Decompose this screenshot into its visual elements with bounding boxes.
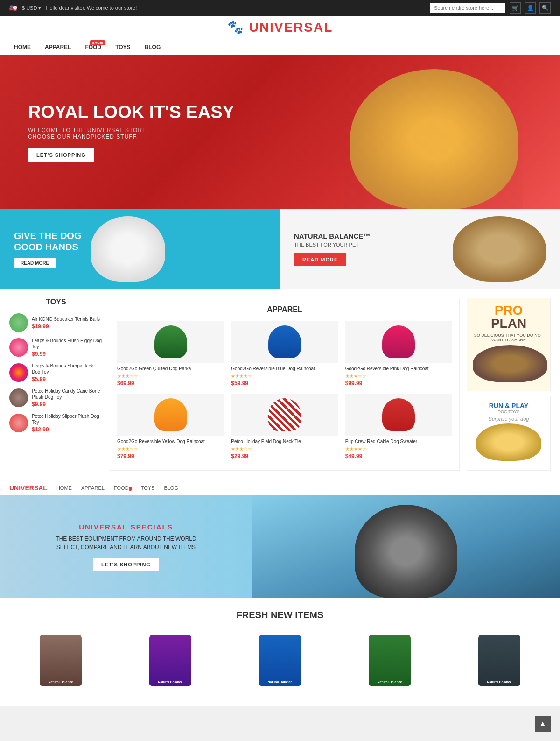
pro-plan-dog-image bbox=[473, 345, 547, 382]
dog-illustration bbox=[350, 69, 518, 209]
promo-right-cta[interactable]: READ MORE bbox=[294, 253, 346, 266]
apparel-item[interactable]: Good2Go Reversible Yellow Dog Raincoat ★… bbox=[117, 394, 224, 459]
bag-label: Natural Balance bbox=[49, 680, 73, 684]
header: 🐾 UNIVERSAL bbox=[0, 16, 560, 39]
cart-button[interactable]: 🛒 bbox=[510, 2, 521, 14]
coat-illustration bbox=[382, 398, 415, 431]
nav-blog[interactable]: BLOG bbox=[145, 44, 161, 50]
toy-name: Petco Holiday Slipper Plush Dog Toy bbox=[32, 413, 103, 425]
fresh-image: Natural Balance bbox=[338, 630, 441, 691]
hero-heading: ROYAL LOOK IT'S EASY bbox=[28, 103, 234, 122]
apparel-price: $59.99 bbox=[231, 380, 338, 387]
fresh-item[interactable]: Natural Balance bbox=[119, 630, 222, 694]
apparel-image bbox=[345, 321, 452, 363]
toy-name: Leaps & Bounds Plush Piggy Dog Toy bbox=[32, 338, 103, 350]
apparel-column: APPAREL Good2Go Green Quilted Dog Parka … bbox=[110, 298, 460, 471]
star-rating: ★★★☆☆ bbox=[231, 446, 338, 452]
hero-banner: ROYAL LOOK IT'S EASY WELCOME TO THE UNIV… bbox=[0, 55, 560, 209]
toy-image bbox=[9, 313, 28, 332]
currency-selector[interactable]: $ USD ▾ bbox=[22, 5, 41, 11]
apparel-image bbox=[345, 394, 452, 436]
apparel-price: $49.99 bbox=[345, 453, 452, 459]
apparel-item[interactable]: Petco Holiday Plaid Dog Neck Tie ★★★☆☆ $… bbox=[231, 394, 338, 459]
hero-cta-button[interactable]: LET'S SHOPPING bbox=[28, 148, 94, 162]
toy-item[interactable]: Leaps & Bounds Sherpa Jack Dog Toy $5.99 bbox=[9, 363, 103, 382]
pro-plan-banner: PRO PLAN SO DELICIOUS THAT YOU DO NOT WA… bbox=[467, 298, 551, 391]
footer-nav-toys[interactable]: TOYS bbox=[141, 485, 155, 491]
promo-left-cta[interactable]: READ MORE bbox=[14, 258, 56, 268]
nav-apparel[interactable]: APPAREL bbox=[45, 44, 71, 50]
search-button[interactable]: 🔍 bbox=[539, 2, 551, 14]
user-button[interactable]: 👤 bbox=[525, 2, 536, 14]
search-input[interactable] bbox=[430, 3, 505, 13]
fresh-item[interactable]: Natural Balance bbox=[448, 630, 551, 694]
toys-column: TOYS Air KONG Squeaker Tennis Balls $19.… bbox=[9, 298, 103, 471]
toy-name: Petco Holiday Candy Cane Bone Plush Dog … bbox=[32, 388, 103, 400]
promo-right-text: NATURAL BALANCE™ THE BEST FOR YOUR PET R… bbox=[294, 232, 443, 266]
header-icons: 🛒 👤 🔍 bbox=[510, 2, 551, 14]
apparel-image bbox=[117, 321, 224, 363]
bag-label: Natural Balance bbox=[158, 680, 183, 684]
toy-item[interactable]: Petco Holiday Slipper Plush Dog Toy $12.… bbox=[9, 413, 103, 433]
toy-info: Leaps & Bounds Sherpa Jack Dog Toy $5.99 bbox=[32, 363, 103, 382]
apparel-name: Pup Crew Red Cable Dog Sweater bbox=[345, 438, 452, 445]
second-nav: UNIVERSAL HOME APPAREL FOOD TOYS BLOG bbox=[0, 480, 560, 495]
logo[interactable]: 🐾 UNIVERSAL bbox=[4, 20, 556, 35]
star-rating: ★★★★☆ bbox=[345, 446, 452, 452]
toys-heading: TOYS bbox=[9, 298, 103, 306]
run-play-banner: RUN & PLAY DOG TOYS Surprise your dog bbox=[467, 396, 551, 471]
apparel-price: $79.99 bbox=[117, 453, 224, 459]
apparel-name: Good2Go Green Quilted Dog Parka bbox=[117, 366, 224, 372]
apparel-price: $99.99 bbox=[345, 380, 452, 387]
toy-item[interactable]: Petco Holiday Candy Cane Bone Plush Dog … bbox=[9, 388, 103, 408]
toy-price: $5.99 bbox=[32, 376, 103, 382]
toy-price: $12.99 bbox=[32, 426, 103, 433]
run-play-dog-image bbox=[476, 423, 541, 461]
toy-price: $9.99 bbox=[32, 401, 103, 408]
apparel-item[interactable]: Good2Go Reversible Pink Dog Raincoat ★★★… bbox=[345, 321, 452, 387]
apparel-item[interactable]: Good2Go Reversible Blue Dog Raincoat ★★★… bbox=[231, 321, 338, 387]
nav-home[interactable]: HOME bbox=[14, 44, 31, 50]
promo-section: GIVE THE DOGGOOD HANDS READ MORE NATURAL… bbox=[0, 209, 560, 289]
food-bag-illustration: Natural Balance bbox=[259, 635, 301, 686]
fresh-item[interactable]: Natural Balance bbox=[9, 630, 112, 694]
apparel-item[interactable]: Pup Crew Red Cable Dog Sweater ★★★★☆ $49… bbox=[345, 394, 452, 459]
specials-cta-button[interactable]: LET'S SHOPPING bbox=[93, 558, 159, 571]
apparel-image bbox=[231, 321, 338, 363]
footer-nav-blog[interactable]: BLOG bbox=[164, 485, 178, 491]
welcome-text: Hello dear visitor. Welcome to our store… bbox=[46, 5, 426, 11]
specials-banner: UNIVERSAL SPECIALS THE BEST EQUIPMENT FR… bbox=[0, 495, 560, 598]
apparel-item[interactable]: Good2Go Green Quilted Dog Parka ★★★☆☆ $6… bbox=[117, 321, 224, 387]
footer-nav-apparel[interactable]: APPAREL bbox=[81, 485, 105, 491]
nav-food[interactable]: FOOD SALE! bbox=[85, 44, 101, 50]
hero-content: ROYAL LOOK IT'S EASY WELCOME TO THE UNIV… bbox=[0, 84, 262, 180]
food-bag-illustration: Natural Balance bbox=[149, 635, 191, 686]
nav-toys[interactable]: TOYS bbox=[115, 44, 130, 50]
husky-illustration bbox=[355, 505, 457, 598]
footer-nav-home[interactable]: HOME bbox=[56, 485, 72, 491]
run-play-heading: RUN & PLAY bbox=[473, 402, 545, 409]
specials-dog-image bbox=[252, 495, 560, 598]
flag-icon: 🇺🇸 bbox=[9, 4, 17, 12]
toy-item[interactable]: Leaps & Bounds Plush Piggy Dog Toy $9.99 bbox=[9, 338, 103, 357]
fresh-item[interactable]: Natural Balance bbox=[229, 630, 331, 694]
promo-left-heading: GIVE THE DOGGOOD HANDS bbox=[14, 230, 81, 253]
products-section: TOYS Air KONG Squeaker Tennis Balls $19.… bbox=[0, 289, 560, 480]
plan-text: PLAN bbox=[491, 316, 526, 331]
sale-badge: SALE! bbox=[90, 40, 105, 45]
coat-illustration bbox=[154, 398, 187, 431]
toy-item[interactable]: Air KONG Squeaker Tennis Balls $19.99 bbox=[9, 313, 103, 332]
apparel-grid: Good2Go Green Quilted Dog Parka ★★★☆☆ $6… bbox=[117, 321, 452, 459]
pro-plan-sub: SO DELICIOUS THAT YOU DO NOT WANT TO SHA… bbox=[473, 333, 545, 342]
toy-info: Air KONG Squeaker Tennis Balls $19.99 bbox=[32, 316, 100, 330]
top-bar: 🇺🇸 $ USD ▾ Hello dear visitor. Welcome t… bbox=[0, 0, 560, 16]
promo-right-banner: NATURAL BALANCE™ THE BEST FOR YOUR PET R… bbox=[280, 209, 560, 289]
footer-nav-food[interactable]: FOOD bbox=[114, 485, 132, 491]
food-bag-illustration: Natural Balance bbox=[369, 635, 411, 686]
apparel-price: $29.99 bbox=[231, 453, 338, 459]
promo-right-heading: NATURAL BALANCE™ bbox=[294, 232, 443, 240]
bag-label: Natural Balance bbox=[378, 680, 402, 684]
fresh-item[interactable]: Natural Balance bbox=[338, 630, 441, 694]
star-rating: ★★★☆☆ bbox=[345, 374, 452, 379]
apparel-image bbox=[231, 394, 338, 436]
